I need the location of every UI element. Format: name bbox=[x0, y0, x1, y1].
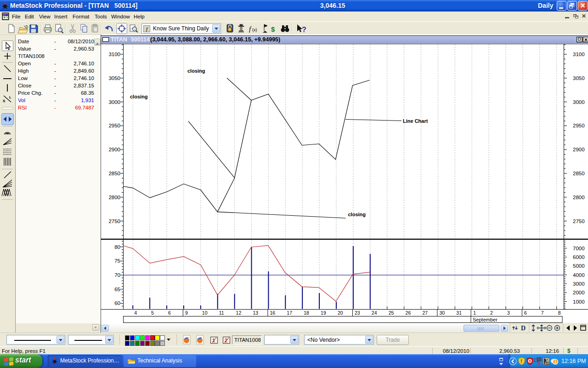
svg-text:L: L bbox=[9, 95, 11, 99]
svg-text:S: S bbox=[3, 99, 6, 103]
svg-text:!: ! bbox=[548, 362, 548, 364]
svg-text:D: D bbox=[521, 325, 526, 332]
svg-text:!: ! bbox=[520, 359, 522, 364]
svg-text:$: $ bbox=[271, 25, 275, 33]
svg-text:1: 1 bbox=[554, 360, 557, 364]
svg-text:(x): (x) bbox=[252, 28, 257, 32]
svg-text:?: ? bbox=[302, 26, 306, 34]
svg-text:f: f bbox=[249, 25, 252, 33]
